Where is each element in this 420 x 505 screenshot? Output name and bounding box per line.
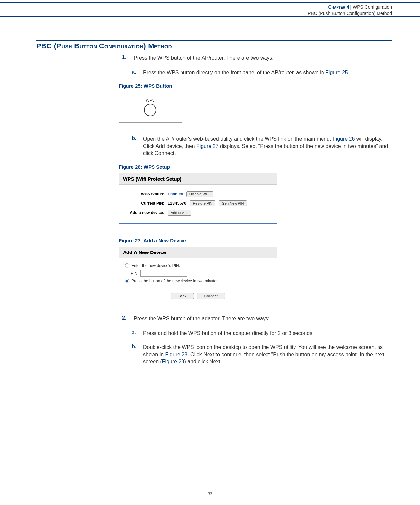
step-number: 2. [122,315,130,322]
pin-label: PIN: [131,271,138,276]
status-value: Enabled [168,192,183,196]
radio-icon [125,263,129,268]
figure-ref-27[interactable]: Figure 27 [196,143,219,149]
t1: Open the AP/router's web-based utility a… [143,136,333,142]
panel-rule [119,223,277,224]
pin-label: Current PIN: [125,201,164,206]
gen-new-pin-button[interactable]: Gen New PIN [219,200,247,206]
sub-text: Double-click the WPS icon on the desktop… [143,344,392,365]
add-device-button[interactable]: Add device [168,210,191,216]
step-2: 2. Press the WPS button of the adapter. … [122,315,392,322]
top-rule [0,2,420,3]
option-push[interactable]: Press the button of the new device in tw… [125,279,271,283]
section-rule [36,40,392,41]
pin-field-row: PIN: [131,270,271,277]
option-push-label: Press the button of the new device in tw… [131,279,219,283]
step-1: 1. Press the WPS button of the AP/router… [122,54,392,62]
content-area: PBC (Push Button Configuration) Method 1… [36,40,392,372]
sub-text: Press and hold the WPS button of the ada… [143,330,314,337]
chapter-label: Chapter 4 [328,4,349,10]
restore-pin-button[interactable]: Restore PIN [190,200,215,206]
step-2a: a. Press and hold the WPS button of the … [132,330,392,337]
radio-icon [125,279,129,283]
sub-letter: a. [132,330,139,337]
figure-25: WPS [119,92,182,122]
add-label: Add a new device: [125,210,164,215]
step-1b: b. Open the AP/router's web-based utilit… [132,135,392,157]
figure-ref-29[interactable]: Figure 29 [162,359,184,364]
page-number: – 33 – [0,491,420,496]
add-row: Add a new device: Add device [125,210,271,216]
wps-button-icon [144,104,156,116]
header-topic: WPS Configuration [353,4,392,10]
figure-ref-26[interactable]: Figure 26 [333,136,355,142]
sub-text: Press the WPS button directly on the fro… [143,69,349,76]
sub-text: Open the AP/router's web-based utility a… [143,135,392,157]
status-row: WPS Status: Enabled Disable WPS [125,191,271,197]
step-text: Press the WPS button of the AP/router. T… [134,54,274,62]
panel-title: Add A New Device [119,247,277,258]
text-post: . [348,70,349,75]
figure-26-caption: Figure 26: WPS Setup [119,164,392,170]
figure-ref-25[interactable]: Figure 25 [325,70,348,75]
pin-input[interactable] [140,270,187,277]
figure-25-caption: Figure 25: WPS Button [119,83,392,89]
pin-value: 12345670 [168,201,186,206]
sub-letter: a. [132,69,139,76]
text-pre: Press the WPS button directly on the fro… [143,70,325,75]
step-2b: b. Double-click the WPS icon on the desk… [132,344,392,365]
option-pin[interactable]: Enter the new device's PIN. [125,263,271,268]
button-row: Back Connect [119,290,277,302]
t3: ) and click Next. [184,359,222,364]
section-title: PBC (Push Button Configuration) Method [36,42,392,50]
option-pin-label: Enter the new device's PIN. [131,263,180,268]
connect-button[interactable]: Connect [197,293,225,299]
step-1a: a. Press the WPS button directly on the … [132,69,392,76]
wps-button-label: WPS [146,98,154,103]
figure-26: WPS (Wifi Protect Setup) WPS Status: Ena… [119,173,277,224]
pin-row: Current PIN: 12345670 Restore PIN Gen Ne… [125,200,271,206]
header-subtitle: PBC (Push Button Configuration) Method [308,10,392,16]
page-header: Chapter 4 | WPS Configuration PBC (Push … [308,4,392,16]
figure-27-caption: Figure 27: Add a New Device [119,238,392,243]
disable-wps-button[interactable]: Disable WPS [186,191,214,197]
header-rule [0,16,420,17]
step-number: 1. [122,54,130,62]
sub-letter: b. [132,344,139,365]
header-separator: | [350,4,351,10]
panel-title: WPS (Wifi Protect Setup) [119,173,277,185]
sub-letter: b. [132,135,139,157]
figure-ref-28[interactable]: Figure 28 [165,352,188,357]
back-button[interactable]: Back [171,293,194,299]
step-text: Press the WPS button of the adapter. The… [134,315,269,322]
status-label: WPS Status: [125,192,164,196]
figure-27: Add A New Device Enter the new device's … [119,247,277,302]
